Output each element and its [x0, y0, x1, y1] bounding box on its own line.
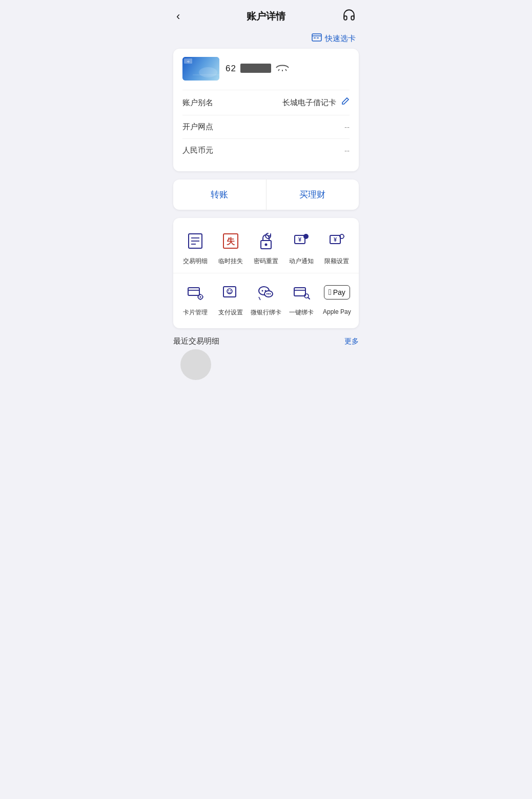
currency-label: 人民币元 [182, 146, 213, 155]
webank-bind-icon [254, 281, 278, 304]
one-click-bind-label: 一键绑卡 [289, 308, 314, 317]
webank-bind-label: 微银行绑卡 [251, 308, 281, 317]
action-row: 转账 买理财 [173, 179, 359, 210]
transaction-detail-button[interactable]: 交易明细 [179, 229, 212, 266]
alias-label: 账户别名 [182, 98, 213, 108]
one-click-svg-icon [292, 283, 311, 302]
branch-label: 开户网点 [182, 122, 213, 132]
back-button[interactable]: ‹ [176, 10, 192, 23]
svg-point-45 [268, 293, 269, 294]
apple-pay-button[interactable]:  Pay Apple Pay [320, 281, 353, 317]
svg-point-44 [267, 293, 268, 294]
one-click-bind-button[interactable]: 一键绑卡 [285, 281, 318, 317]
icon-grid: 交易明细 失 临时挂失 [173, 218, 359, 328]
svg-rect-27 [188, 288, 199, 295]
recent-title: 最近交易明细 [173, 336, 219, 346]
svg-rect-47 [294, 288, 305, 296]
invest-button[interactable]: 买理财 [267, 179, 359, 210]
quick-select-button[interactable]: 快速选卡 [312, 33, 356, 44]
card-info-row: 中 62 [182, 57, 350, 81]
alias-row: 账户别名 长城电子借记卡 [182, 90, 350, 115]
apple-pay-icon:  Pay [325, 281, 349, 304]
card-number-redacted [240, 64, 271, 73]
svg-point-41 [261, 290, 263, 292]
svg-point-5 [199, 67, 217, 77]
card-number-area: 62 [226, 63, 350, 75]
webank-bind-button[interactable]: 微银行绑卡 [250, 281, 282, 317]
limit-setting-label: 限额设置 [324, 257, 349, 266]
quick-select-label: 快速选卡 [325, 34, 356, 44]
activity-notify-label: 动户通知 [289, 257, 314, 266]
support-button[interactable] [340, 8, 356, 24]
limit-setting-icon: ¥ [325, 229, 349, 253]
card-image: 中 [182, 57, 219, 81]
currency-value: -- [344, 146, 350, 155]
svg-text:¥: ¥ [298, 236, 302, 243]
card-manage-label: 卡片管理 [183, 308, 208, 317]
svg-rect-0 [312, 34, 321, 41]
temp-freeze-icon: 失 [219, 229, 242, 253]
quick-select-icon [312, 33, 322, 44]
activity-notify-button[interactable]: ¥ 动户通知 [285, 229, 318, 266]
limit-icon: ¥ [327, 231, 346, 251]
svg-point-46 [270, 293, 271, 294]
limit-setting-button[interactable]: ¥ 限额设置 [320, 229, 353, 266]
activity-notify-icon: ¥ [290, 229, 313, 253]
svg-line-50 [308, 297, 310, 299]
svg-point-30 [199, 296, 201, 298]
branch-value: -- [344, 123, 350, 131]
lock-icon [256, 231, 276, 251]
card-manage-icon [183, 281, 207, 304]
recent-more-button[interactable]: 更多 [344, 337, 359, 346]
currency-row: 人民币元 -- [182, 138, 350, 162]
eye-closed-icon [275, 63, 290, 72]
apple-logo-icon:  [329, 288, 332, 297]
headphones-icon [342, 8, 356, 22]
transaction-detail-label: 交易明细 [183, 257, 208, 266]
payment-svg-icon [221, 283, 240, 302]
svg-text:¥: ¥ [334, 236, 337, 243]
transaction-detail-icon [183, 229, 207, 253]
payment-setting-label: 支付设置 [218, 308, 243, 317]
transfer-button[interactable]: 转账 [173, 179, 267, 210]
card-manage-svg-icon [186, 283, 205, 302]
card-number-prefix: 62 [226, 64, 236, 74]
icon-row-2: 卡片管理 支付设置 [173, 273, 359, 324]
apple-pay-label: Apple Pay [323, 308, 351, 315]
freeze-icon: 失 [221, 231, 240, 251]
edit-icon [340, 97, 350, 106]
svg-point-19 [303, 234, 309, 239]
branch-row: 开户网点 -- [182, 115, 350, 138]
apple-pay-box:  Pay [324, 285, 350, 299]
recent-placeholder [180, 349, 211, 380]
list-icon [186, 231, 205, 251]
quick-select-area: 快速选卡 [166, 30, 366, 49]
temp-freeze-label: 临时挂失 [218, 257, 243, 266]
svg-point-39 [230, 290, 231, 291]
card-manage-button[interactable]: 卡片管理 [179, 281, 212, 317]
svg-point-16 [264, 244, 267, 246]
header: ‹ 账户详情 [166, 0, 366, 30]
alias-value: 长城电子借记卡 [282, 97, 350, 108]
apple-pay-text: Pay [333, 288, 345, 296]
card-icon [312, 33, 322, 42]
payment-setting-icon [219, 281, 242, 304]
svg-text:中: 中 [187, 60, 190, 63]
password-reset-button[interactable]: 密码重置 [250, 229, 282, 266]
password-reset-icon [254, 229, 278, 253]
password-reset-label: 密码重置 [254, 257, 278, 266]
edit-alias-button[interactable] [340, 97, 350, 108]
recent-section: 最近交易明细 更多 [173, 336, 359, 390]
svg-rect-35 [223, 287, 236, 297]
eye-toggle-button[interactable] [275, 63, 290, 75]
notify-icon: ¥ [292, 231, 311, 251]
svg-text:失: 失 [226, 237, 235, 246]
recent-header: 最近交易明细 更多 [173, 336, 359, 346]
page-title: 账户详情 [247, 10, 285, 23]
payment-setting-button[interactable]: 支付设置 [214, 281, 247, 317]
card-section: 中 62 账户别名 长城电子借记卡 [173, 49, 359, 171]
icon-row-1: 交易明细 失 临时挂失 [173, 222, 359, 273]
temp-freeze-button[interactable]: 失 临时挂失 [214, 229, 247, 266]
wechat-svg-icon [256, 283, 276, 302]
card-thumbnail: 中 [182, 57, 219, 81]
